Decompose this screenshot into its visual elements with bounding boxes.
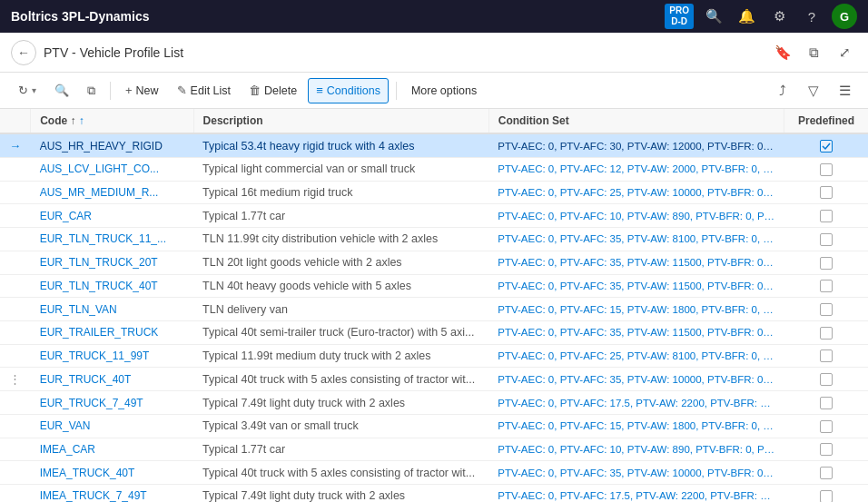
row-predefined — [784, 320, 868, 344]
table-row[interactable]: EUR_VANTypical 3.49t van or small truckP… — [0, 415, 868, 438]
row-indicator — [0, 485, 31, 502]
table-row[interactable]: EUR_TLN_TRUCK_11_...TLN 11.99t city dist… — [0, 228, 868, 251]
table-row[interactable]: IMEA_CARTypical 1.77t carPTV-AEC: 0, PTV… — [0, 438, 868, 461]
row-description: Typical 11.99t medium duty truck with 2 … — [193, 344, 488, 368]
table-row[interactable]: EUR_TRUCK_7_49TTypical 7.49t light duty … — [0, 391, 868, 415]
row-indicator — [0, 158, 31, 182]
table-row[interactable]: EUR_TRUCK_11_99TTypical 11.99t medium du… — [0, 344, 868, 368]
app-title: Boltrics 3PL-Dynamics — [11, 9, 150, 24]
row-indicator — [0, 274, 31, 298]
row-code: AUS_MR_MEDIUM_R... — [31, 181, 193, 204]
row-predefined — [784, 461, 868, 485]
row-code: EUR_CAR — [31, 204, 193, 228]
table-container[interactable]: Code ↑ Description Condition Set Predefi… — [0, 109, 868, 502]
copy-button[interactable]: ⧉ — [80, 78, 103, 103]
row-predefined — [784, 298, 868, 321]
col-code-header[interactable]: Code ↑ — [31, 109, 193, 133]
row-condition-set: PTV-AEC: 0, PTV-AFC: 35, PTV-AW: 10000, … — [488, 368, 784, 391]
row-condition-set: PTV-AEC: 0, PTV-AFC: 25, PTV-AW: 8100, P… — [488, 344, 784, 368]
back-button[interactable]: ← — [11, 40, 36, 65]
row-predefined — [784, 485, 868, 502]
table-row[interactable]: EUR_TLN_VANTLN delivery vanPTV-AEC: 0, P… — [0, 298, 868, 321]
table-row[interactable]: →AUS_HR_HEAVY_RIGIDTypical 53.4t heavy r… — [0, 133, 868, 158]
toolbar: ↻ ▾ 🔍 ⧉ + New ✎ Edit List 🗑 Delete ≡ Con… — [0, 73, 868, 109]
delete-icon: 🗑 — [249, 84, 261, 97]
row-description: TLN delivery van — [193, 298, 488, 321]
row-description: Typical light commercial van or small tr… — [193, 158, 488, 182]
col-desc-header[interactable]: Description — [193, 109, 488, 133]
row-description: Typical 16t medium rigid truck — [193, 181, 488, 204]
table-row[interactable]: IMEA_TRUCK_40TTypical 40t truck with 5 a… — [0, 461, 868, 485]
vehicle-profiles-table: Code ↑ Description Condition Set Predefi… — [0, 109, 868, 502]
row-predefined — [784, 251, 868, 274]
row-code: EUR_TRUCK_40T — [31, 368, 193, 391]
row-indicator — [0, 204, 31, 228]
row-condition-set: PTV-AEC: 0, PTV-AFC: 35, PTV-AW: 11500, … — [488, 274, 784, 298]
table-row[interactable]: EUR_TLN_TRUCK_20TTLN 20t light goods veh… — [0, 251, 868, 274]
table-row[interactable]: EUR_CARTypical 1.77t carPTV-AEC: 0, PTV-… — [0, 204, 868, 228]
row-condition-set: PTV-AEC: 0, PTV-AFC: 25, PTV-AW: 10000, … — [488, 181, 784, 204]
help-icon[interactable]: ? — [799, 4, 824, 29]
conditions-button[interactable]: ≡ Conditions — [308, 78, 389, 103]
table-row[interactable]: ⋮EUR_TRUCK_40TTypical 40t truck with 5 a… — [0, 368, 868, 391]
filter-icon[interactable]: ▽ — [801, 78, 826, 103]
row-indicator — [0, 228, 31, 251]
row-condition-set: PTV-AEC: 0, PTV-AFC: 35, PTV-AW: 10000, … — [488, 461, 784, 485]
top-nav-bar: Boltrics 3PL-Dynamics PRO D-D 🔍 🔔 ⚙ ? G — [0, 0, 868, 33]
table-row[interactable]: AUS_MR_MEDIUM_R...Typical 16t medium rig… — [0, 181, 868, 204]
new-button[interactable]: + New — [118, 78, 166, 103]
new-icon: + — [125, 84, 133, 97]
row-indicator — [0, 344, 31, 368]
delete-button[interactable]: 🗑 Delete — [242, 78, 304, 103]
separator-2 — [396, 82, 397, 100]
row-description: Typical 3.49t van or small truck — [193, 415, 488, 438]
row-indicator — [0, 391, 31, 415]
row-condition-set: PTV-AEC: 0, PTV-AFC: 30, PTV-AW: 12000, … — [488, 133, 784, 158]
avatar[interactable]: G — [832, 4, 857, 29]
view-options-icon[interactable]: ☰ — [832, 78, 857, 103]
table-row[interactable]: EUR_TLN_TRUCK_40TTLN 40t heavy goods veh… — [0, 274, 868, 298]
search-button[interactable]: 🔍 — [47, 78, 76, 103]
col-pre-header[interactable]: Predefined — [784, 109, 868, 133]
refresh-button[interactable]: ↻ ▾ — [11, 78, 44, 103]
table-row[interactable]: AUS_LCV_LIGHT_CO...Typical light commerc… — [0, 158, 868, 182]
row-condition-set: PTV-AEC: 0, PTV-AFC: 15, PTV-AW: 1800, P… — [488, 298, 784, 321]
row-indicator — [0, 461, 31, 485]
delete-label: Delete — [264, 84, 297, 97]
row-indicator: ⋮ — [0, 368, 31, 391]
row-description: Typical 40t truck with 5 axles consistin… — [193, 461, 488, 485]
row-code: EUR_TRAILER_TRUCK — [31, 320, 193, 344]
search-icon[interactable]: 🔍 — [701, 4, 726, 29]
row-indicator: → — [0, 133, 31, 158]
row-description: Typical 7.49t light duty truck with 2 ax… — [193, 391, 488, 415]
bookmark-icon[interactable]: 🔖 — [770, 40, 795, 65]
row-description: Typical 40t truck with 5 axles consistin… — [193, 368, 488, 391]
settings-icon[interactable]: ⚙ — [766, 4, 792, 29]
col-indicator — [0, 109, 31, 133]
row-code: EUR_TLN_VAN — [31, 298, 193, 321]
col-cond-header[interactable]: Condition Set — [488, 109, 784, 133]
expand-icon[interactable]: ⤢ — [832, 40, 857, 65]
row-indicator — [0, 438, 31, 461]
row-description: Typical 1.77t car — [193, 204, 488, 228]
table-row[interactable]: EUR_TRAILER_TRUCKTypical 40t semi-traile… — [0, 320, 868, 344]
notification-icon[interactable]: 🔔 — [734, 4, 759, 29]
row-condition-set: PTV-AEC: 0, PTV-AFC: 35, PTV-AW: 11500, … — [488, 320, 784, 344]
more-options-button[interactable]: More options — [404, 78, 484, 103]
open-external-icon[interactable]: ⧉ — [801, 40, 826, 65]
edit-list-button[interactable]: ✎ Edit List — [170, 78, 238, 103]
table-row[interactable]: IMEA_TRUCK_7_49TTypical 7.49t light duty… — [0, 485, 868, 502]
row-code: IMEA_TRUCK_7_49T — [31, 485, 193, 502]
row-code: IMEA_CAR — [31, 438, 193, 461]
new-label: New — [136, 84, 159, 97]
separator-1 — [110, 82, 111, 100]
row-predefined — [784, 204, 868, 228]
row-description: TLN 20t light goods vehicle with 2 axles — [193, 251, 488, 274]
row-code: EUR_TLN_TRUCK_40T — [31, 274, 193, 298]
row-code: EUR_TRUCK_11_99T — [31, 344, 193, 368]
share-icon[interactable]: ⤴ — [770, 78, 795, 103]
row-predefined — [784, 158, 868, 182]
edit-list-icon: ✎ — [177, 84, 187, 97]
row-description: Typical 53.4t heavy rigid truck with 4 a… — [193, 133, 488, 158]
row-description: Typical 1.77t car — [193, 438, 488, 461]
